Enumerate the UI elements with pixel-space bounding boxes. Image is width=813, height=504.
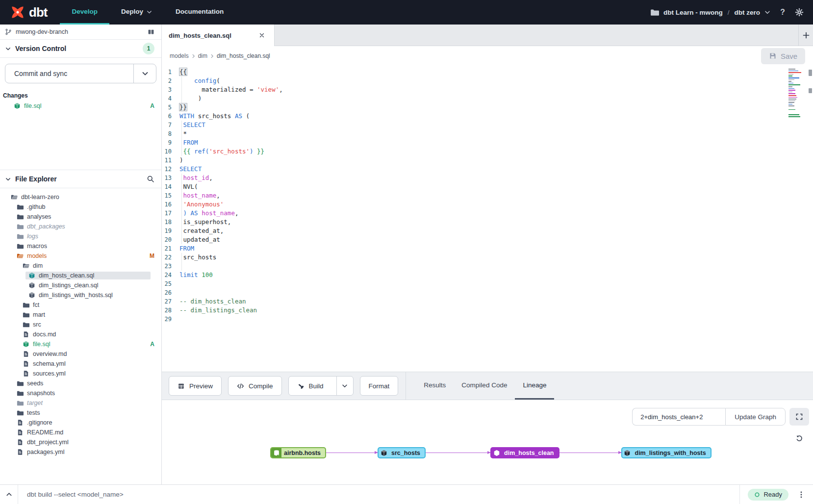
code-line[interactable]: 25 [162, 279, 813, 288]
code-line[interactable]: 28-- dim_listings_clean [162, 306, 813, 315]
command-bar-toggle[interactable] [0, 485, 18, 504]
tree-item-dim-listings-clean-sql[interactable]: dim_listings_clean.sql [0, 280, 161, 290]
tree-item-snapshots[interactable]: snapshots [0, 388, 161, 398]
code-line[interactable]: 11) [162, 156, 813, 165]
tree-item-dim-listings-with-hosts-sql[interactable]: dim_listings_with_hosts.sql [0, 290, 161, 300]
file-explorer-header[interactable]: File Explorer [0, 170, 161, 188]
tree-item-docs-md[interactable]: docs.md [0, 329, 161, 339]
tree-item-dim[interactable]: dim [0, 261, 161, 271]
dbt-logo[interactable]: dbt [0, 0, 60, 25]
code-line[interactable]: 8 * [162, 129, 813, 138]
code-line[interactable]: 29 [162, 315, 813, 324]
tree-item-fct[interactable]: fct [0, 300, 161, 310]
scrollbar-thumb[interactable] [809, 88, 812, 93]
gear-icon[interactable] [794, 7, 804, 17]
nav-item-documentation[interactable]: Documentation [164, 0, 235, 25]
code-line[interactable]: 9 FROM [162, 138, 813, 147]
code-line[interactable]: 18 is_superhost, [162, 218, 813, 227]
lineage-filter-input[interactable]: 2+dim_hosts_clean+2 [632, 408, 725, 426]
code-line[interactable]: 13 host_id, [162, 174, 813, 182]
code-line[interactable]: 17 ) AS host_name, [162, 209, 813, 218]
changed-file-row[interactable]: file.sql A [0, 101, 161, 111]
tree-item-readme-md[interactable]: README.md [0, 428, 161, 437]
code-line[interactable]: 16 'Anonymous' [162, 200, 813, 209]
lineage-node-dim-hosts-clean[interactable]: dim_hosts_clean [490, 447, 559, 458]
code-line[interactable]: 7 SELECT [162, 121, 813, 129]
commit-options-caret[interactable] [133, 64, 156, 83]
code-line[interactable]: 14 NVL( [162, 182, 813, 191]
tab-dim-hosts-clean[interactable]: dim_hosts_clean.sql [162, 25, 275, 46]
tree-item-models[interactable]: modelsM [0, 251, 161, 261]
code-line[interactable]: 1{{ [162, 68, 813, 76]
new-tab-button[interactable] [798, 25, 813, 46]
close-icon[interactable] [258, 31, 267, 40]
code-line[interactable]: 2 config( [162, 76, 813, 85]
code-line[interactable]: 26 [162, 288, 813, 297]
build-button[interactable]: Build [288, 376, 354, 396]
code-line[interactable]: 19 created_at, [162, 227, 813, 235]
tree-item--github[interactable]: .github [0, 202, 161, 212]
tree-item-tests[interactable]: tests [0, 408, 161, 418]
tree-item-dbt-project-yml[interactable]: dbt_project.yml [0, 437, 161, 447]
tree-item-seeds[interactable]: seeds [0, 378, 161, 388]
nav-item-develop[interactable]: Develop [60, 0, 109, 25]
command-input[interactable]: dbt build --select <model_name> [18, 485, 740, 504]
tree-item-file-sql[interactable]: file.sqlA [0, 339, 161, 349]
save-button[interactable]: Save [761, 48, 805, 64]
search-icon[interactable] [147, 175, 154, 183]
fullscreen-button[interactable] [789, 408, 809, 426]
help-icon[interactable]: ? [778, 7, 788, 17]
tree-item-schema-yml[interactable]: schema.yml [0, 359, 161, 369]
code-line[interactable]: 23 [162, 262, 813, 271]
tree-item-logs[interactable]: logs [0, 231, 161, 241]
tree-item-mart[interactable]: mart [0, 310, 161, 320]
version-control-header[interactable]: Version Control 1 [0, 40, 161, 58]
code-line[interactable]: 27-- dim_hosts_clean [162, 297, 813, 306]
tree-item-dbt-learn-zero[interactable]: dbt-learn-zero [0, 192, 161, 202]
breadcrumb-models[interactable]: models [170, 52, 189, 59]
breadcrumb-dim[interactable]: dim [198, 52, 207, 59]
reader-view-icon[interactable] [148, 28, 154, 35]
code-line[interactable]: 24limit 100 [162, 271, 813, 279]
tab-compiled-code[interactable]: Compiled Code [454, 372, 515, 400]
code-line[interactable]: 12SELECT [162, 165, 813, 174]
tree-item-sources-yml[interactable]: sources.yml [0, 369, 161, 378]
format-button[interactable]: Format [360, 376, 399, 396]
scrollbar-thumb[interactable] [809, 70, 812, 76]
code-editor[interactable]: 1{{2 config(3 materialized = 'view',4 )5… [162, 66, 813, 372]
tab-results[interactable]: Results [416, 372, 454, 400]
build-options-caret[interactable] [336, 377, 353, 395]
commit-and-sync-button[interactable]: Commit and sync [5, 64, 156, 83]
code-line[interactable]: 20 updated_at [162, 235, 813, 244]
code-line[interactable]: 3 materialized = 'view', [162, 85, 813, 94]
tree-item--gitignore[interactable]: .gitignore [0, 418, 161, 428]
code-line[interactable]: 21FROM [162, 244, 813, 253]
account-switcher[interactable]: dbt Learn - mwong / dbt zero [650, 7, 771, 17]
lineage-node-src-hosts[interactable]: src_hosts [378, 447, 426, 458]
lineage-node-dim-listings-with-hosts[interactable]: dim_listings_with_hosts [621, 447, 711, 458]
tree-item-src[interactable]: src [0, 320, 161, 329]
preview-button[interactable]: Preview [169, 376, 222, 396]
code-line[interactable]: 5}} [162, 103, 813, 112]
breadcrumb-dim-hosts-clean-sql[interactable]: dim_hosts_clean.sql [217, 52, 270, 59]
tree-item-packages-yml[interactable]: packages.yml [0, 447, 161, 457]
tree-item-dbt-packages[interactable]: dbt_packages [0, 222, 161, 231]
lineage-node-airbnb-hosts[interactable]: airbnb.hosts [270, 447, 326, 458]
tree-item-macros[interactable]: macros [0, 241, 161, 251]
code-line[interactable]: 10 {{ ref('src_hosts') }} [162, 147, 813, 156]
tab-lineage[interactable]: Lineage [515, 372, 554, 400]
update-graph-button[interactable]: Update Graph [725, 408, 786, 426]
editor-minimap[interactable] [788, 69, 805, 118]
nav-item-deploy[interactable]: Deploy [109, 0, 164, 25]
tree-item-target[interactable]: target [0, 398, 161, 408]
compile-button[interactable]: Compile [228, 376, 282, 396]
code-line[interactable]: 15 host_name, [162, 191, 813, 200]
code-line[interactable]: 22 src_hosts [162, 253, 813, 262]
branch-row[interactable]: mwong-dev-branch [0, 25, 161, 40]
tree-item-analyses[interactable]: analyses [0, 212, 161, 222]
kebab-menu-icon[interactable] [797, 491, 805, 499]
reset-graph-button[interactable] [789, 429, 809, 447]
tree-item-overview-md[interactable]: overview.md [0, 349, 161, 359]
code-line[interactable]: 4 ) [162, 94, 813, 103]
tree-item-dim-hosts-clean-sql[interactable]: dim_hosts_clean.sql [0, 271, 161, 280]
